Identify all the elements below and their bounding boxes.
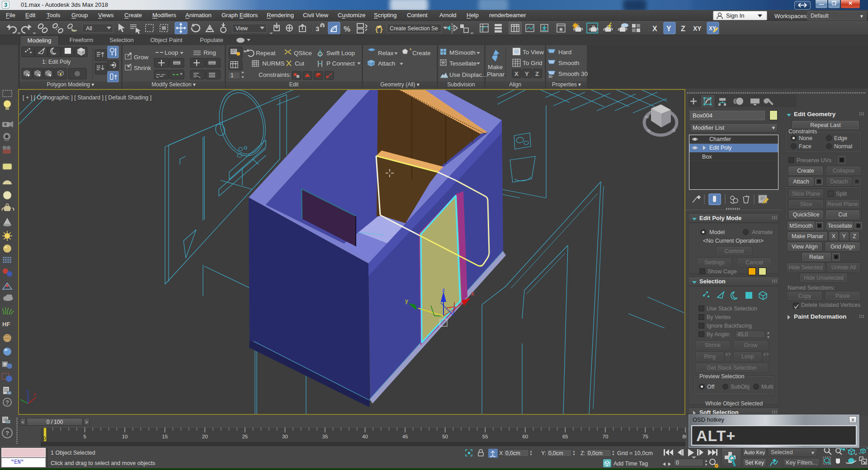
svg-text:%: %: [344, 25, 350, 33]
svg-text:Create: Create: [412, 50, 431, 56]
svg-text:45: 45: [402, 434, 408, 439]
svg-text:30: 30: [282, 434, 288, 439]
svg-text:Y: Y: [525, 70, 529, 77]
svg-text:W: W: [645, 115, 649, 119]
svg-text:Repeat: Repeat: [256, 50, 276, 56]
svg-text:Loop: Loop: [165, 49, 178, 56]
svg-text:?: ?: [6, 400, 9, 406]
svg-text:30: 30: [548, 75, 552, 79]
svg-text:Shrink: Shrink: [134, 65, 151, 71]
svg-text:Create Selection Se: Create Selection Se: [390, 25, 438, 32]
svg-text:60: 60: [522, 434, 528, 439]
svg-text:55: 55: [482, 434, 488, 439]
svg-text:X: X: [652, 25, 657, 33]
svg-text:To Grid: To Grid: [523, 60, 542, 66]
svg-text:3: 3: [316, 25, 319, 33]
svg-text:50: 50: [442, 434, 448, 439]
svg-text:x: x: [33, 391, 36, 397]
svg-text:HF: HF: [2, 321, 10, 328]
svg-text:Grow: Grow: [134, 54, 149, 61]
svg-text:QSlice: QSlice: [294, 50, 312, 56]
svg-text:15: 15: [162, 434, 168, 439]
svg-text:Attach: Attach: [378, 60, 395, 67]
svg-text:70: 70: [603, 434, 609, 439]
svg-text:25: 25: [242, 434, 248, 439]
svg-text:Ring: Ring: [203, 49, 216, 56]
svg-text:P Connect: P Connect: [326, 60, 355, 67]
svg-text:1: Edit Poly: 1: Edit Poly: [42, 59, 71, 65]
svg-text:z: z: [26, 388, 29, 394]
svg-text:Swift Loop: Swift Loop: [326, 50, 355, 56]
svg-text:75: 75: [642, 434, 648, 439]
svg-text:Smooth: Smooth: [558, 60, 580, 66]
svg-text:20: 20: [202, 434, 208, 439]
svg-text:View: View: [236, 25, 248, 32]
svg-text:Planar: Planar: [487, 71, 505, 78]
svg-text:5: 5: [83, 434, 86, 439]
svg-text:40: 40: [362, 434, 368, 439]
svg-text:MSmooth: MSmooth: [449, 49, 476, 56]
svg-text:X: X: [514, 70, 519, 77]
svg-text:Z: Z: [681, 25, 685, 33]
svg-text:z: z: [442, 287, 445, 293]
svg-text:80: 80: [683, 434, 686, 439]
svg-text:Smooth 30: Smooth 30: [558, 70, 588, 77]
svg-text:Z: Z: [535, 70, 539, 77]
svg-text:S: S: [673, 128, 675, 133]
svg-text:?: ?: [5, 430, 9, 437]
svg-text:Tessellate: Tessellate: [449, 60, 476, 67]
svg-text:10: 10: [122, 434, 128, 439]
svg-text:1: 1: [231, 72, 234, 79]
svg-text:Cut: Cut: [295, 60, 304, 67]
svg-text:To View: To View: [523, 49, 544, 56]
svg-text:65: 65: [562, 434, 568, 439]
svg-text:35: 35: [322, 434, 328, 439]
svg-text:NURMS: NURMS: [262, 60, 285, 67]
svg-text:y: y: [405, 298, 408, 304]
svg-text:Hard: Hard: [558, 49, 571, 56]
svg-text:Use Displac...: Use Displac...: [449, 71, 487, 78]
svg-text:Relax: Relax: [378, 50, 394, 56]
svg-text:N: N: [647, 128, 651, 133]
svg-text:XY: XY: [693, 25, 702, 32]
svg-text:Make: Make: [488, 64, 503, 70]
svg-text:Constraints:: Constraints:: [259, 71, 291, 78]
svg-text:Y: Y: [666, 25, 671, 33]
svg-text:All: All: [86, 25, 92, 32]
svg-text:x: x: [471, 291, 474, 297]
